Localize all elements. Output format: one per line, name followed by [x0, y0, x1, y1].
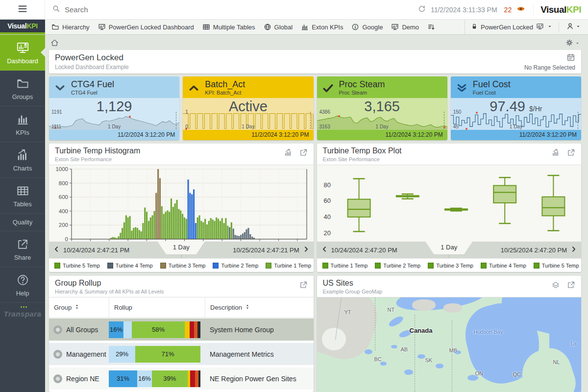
- time-range-tab[interactable]: 1 Day: [425, 242, 472, 254]
- kpi-card-fuel-cost[interactable]: Fuel CostFuel Cost97.49 $/Hr150451 Day11…: [451, 76, 581, 140]
- group-name: Region NE: [66, 375, 99, 383]
- nav-item-demo[interactable]: Demo: [391, 23, 419, 31]
- histogram-chart[interactable]: 0200400600800100001020304050607080901001…: [49, 165, 314, 242]
- sidebar-item-dashboard[interactable]: Dashboard: [0, 35, 45, 71]
- legend-swatch: [322, 263, 328, 269]
- caret-down-icon: [575, 41, 580, 46]
- legend-item-turbine-4-temp[interactable]: Turbine 4 Temp: [107, 263, 153, 269]
- help-icon: [16, 273, 29, 287]
- topbar-status: 11/2/2024 3:11:33 PM 22 VisualKPI: [418, 4, 588, 15]
- eye-icon[interactable]: [516, 4, 525, 15]
- rollup-row-all-groups[interactable]: All Groups16%58%System Home Group: [49, 318, 314, 341]
- sidebar-item-tables[interactable]: Tables: [0, 178, 45, 214]
- expand-icon[interactable]: [299, 281, 308, 291]
- expand-icon[interactable]: [299, 148, 308, 159]
- kpi-title: Proc Steam: [339, 80, 385, 89]
- sidebar-item-kpis[interactable]: KPIs: [0, 106, 45, 142]
- boxplot-legend: Turbine 1 TempTurbine 2 TempTurbine 3 Te…: [317, 258, 582, 272]
- layers-icon[interactable]: [551, 281, 560, 292]
- kpi-card-ctg4-fuel[interactable]: CTG4 FuelCTG4 Fuel1,129119111111 Day11/2…: [49, 76, 179, 140]
- page-settings-button[interactable]: [565, 38, 580, 49]
- rollup-segment: [194, 321, 197, 338]
- breadcrumb-row: [49, 37, 581, 50]
- kpi-bars-icon: [16, 113, 29, 126]
- gear-icon: [565, 38, 574, 47]
- kpi-title: CTG4 Fuel: [71, 80, 114, 89]
- chart-options-icon[interactable]: [284, 148, 293, 159]
- legend-item-turbine-4-temp[interactable]: Turbine 4 Temp: [481, 263, 526, 269]
- home-icon[interactable]: [50, 38, 59, 49]
- boxplot-chart[interactable]: 20406080Turbine 1 TempTurbine 2 TempTurb…: [317, 165, 582, 242]
- chart-trend-icon: [284, 148, 293, 157]
- expand-icon: [299, 281, 308, 289]
- chart-options-icon[interactable]: [552, 148, 560, 159]
- folder-icon: [51, 23, 59, 31]
- search-input[interactable]: [65, 5, 270, 14]
- legend-swatch: [428, 263, 434, 269]
- svg-text:400: 400: [59, 208, 68, 214]
- panel-title: Turbine Temp Box Plot: [323, 147, 402, 155]
- sidebar-item-groups[interactable]: Groups: [0, 71, 45, 106]
- sort-button[interactable]: [427, 23, 436, 31]
- chevron-left-icon[interactable]: [53, 245, 60, 254]
- svg-text:800: 800: [59, 180, 68, 186]
- nav-item-powergen-locked-dashboard[interactable]: PowerGen Locked Dashboard: [98, 23, 194, 31]
- legend-item-turbine-3-temp[interactable]: Turbine 3 Temp: [428, 263, 473, 269]
- chevron-right-icon[interactable]: [302, 245, 310, 254]
- legend-item-turbine-2-temp[interactable]: Turbine 2 Temp: [375, 263, 420, 269]
- nav-item-exton-kpis[interactable]: Exton KPIs: [301, 23, 343, 31]
- spark-range-label: 1 Day: [451, 124, 581, 129]
- expand-icon: [567, 148, 575, 157]
- watch-count[interactable]: 22: [504, 6, 512, 14]
- search-bar: [45, 4, 418, 15]
- column-header-group[interactable]: Group: [49, 297, 109, 318]
- nav-item-global[interactable]: Global: [264, 23, 293, 31]
- time-range-control[interactable]: No Range Selected: [524, 53, 575, 71]
- refresh-icon[interactable]: [418, 5, 426, 15]
- sidebar-item-quality[interactable]: Quality: [0, 214, 45, 231]
- legend-item-turbine-1-temp[interactable]: Turbine 1 Temp: [266, 263, 311, 269]
- map-label-nt: NT: [388, 307, 395, 313]
- sidebar-item-help[interactable]: Help: [0, 267, 45, 303]
- column-header-rollup: Rollup: [109, 297, 205, 318]
- panel-title: US Sites: [323, 279, 383, 288]
- rollup-row-region-ne[interactable]: Region NE31%16%39%NE Region Power Gen Si…: [49, 368, 314, 390]
- menu-button[interactable]: [0, 0, 45, 19]
- legend-item-turbine-2-temp[interactable]: Turbine 2 Temp: [213, 263, 258, 269]
- time-start: 10/24/2024 2:47:20 PM: [331, 246, 397, 254]
- legend-item-turbine-3-temp[interactable]: Turbine 3 Temp: [160, 263, 206, 269]
- table-body: All Groups16%58%System Home GroupManagem…: [49, 318, 314, 392]
- user-menu-button[interactable]: [559, 22, 588, 32]
- workspace-selector[interactable]: PowerGen Locked: [465, 23, 559, 32]
- time-range-tab[interactable]: 1 Day: [158, 242, 205, 254]
- caret-down-icon: [575, 23, 581, 31]
- chevron-right-icon[interactable]: [570, 245, 577, 254]
- expand-icon[interactable]: [567, 148, 575, 159]
- nav-item-multiple-tables[interactable]: Multiple Tables: [202, 23, 255, 31]
- legend-item-turbine-1-temp[interactable]: Turbine 1 Temp: [322, 263, 368, 269]
- kpi-card-batch-act[interactable]: Batch_ActKPI: Batch_ActActive101 Day11/2…: [183, 76, 313, 140]
- expand-icon[interactable]: [567, 281, 575, 292]
- panel-title: Group Rollup: [55, 279, 164, 288]
- column-header-description[interactable]: Description: [205, 297, 314, 318]
- cursor-line: [444, 112, 444, 129]
- sidebar-item-charts[interactable]: Charts: [0, 142, 45, 178]
- cursor-line: [176, 112, 176, 129]
- brand-logo[interactable]: VisualKPI: [0, 20, 45, 34]
- legend-item-turbine-5-temp[interactable]: Turbine 5 Temp: [534, 263, 579, 269]
- sidebar-item-share[interactable]: Share: [0, 231, 45, 267]
- geomap[interactable]: YTNTCanadaHudson BayABBCSKMBONQCNLLa: [317, 297, 582, 392]
- nav-item-hierarchy[interactable]: Hierarchy: [51, 23, 90, 31]
- caret-down-icon: [575, 39, 580, 48]
- dashboard-big-icon: [16, 41, 29, 54]
- spark-range-label: 1 Day: [183, 124, 313, 129]
- map-shape: [391, 345, 397, 349]
- panel-subtitle: Exton Site Performance: [55, 156, 140, 162]
- nav-item-google[interactable]: Google: [351, 23, 383, 31]
- user-icon: [566, 22, 574, 30]
- chevron-left-icon[interactable]: [321, 245, 328, 254]
- legend-item-turbine-5-temp[interactable]: Turbine 5 Temp: [54, 263, 100, 269]
- caret-down-icon: [547, 24, 553, 29]
- rollup-row-management[interactable]: Management29%71%Management Metrics: [49, 343, 314, 365]
- kpi-card-proc-steam[interactable]: Proc SteamProc Steam3,165438631631 Day11…: [317, 76, 447, 140]
